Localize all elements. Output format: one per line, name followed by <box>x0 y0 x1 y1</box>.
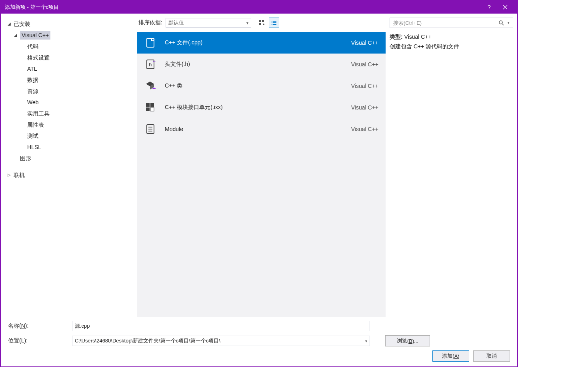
tree-label: 属性表 <box>27 120 44 129</box>
sort-by-label: 排序依据: <box>138 19 162 26</box>
window-title: 添加新项 - 第一个c项目 <box>5 4 481 11</box>
template-lang: Visual C++ <box>351 61 378 68</box>
tree-node-hlsl[interactable]: HLSL <box>4 141 134 153</box>
svg-rect-0 <box>259 20 261 22</box>
svg-rect-1 <box>262 20 264 22</box>
template-name: C++ 模块接口单元(.ixx) <box>165 104 343 111</box>
dialog-buttons: 添加(A) 取消 <box>8 350 510 362</box>
tree-node-data[interactable]: 数据 <box>4 74 134 86</box>
template-lang: Visual C++ <box>351 126 378 132</box>
view-list-button[interactable] <box>269 18 279 28</box>
template-item-cpp-file[interactable]: ++ C++ 文件(.cpp) Visual C++ <box>137 32 386 54</box>
module-interface-icon <box>144 101 157 114</box>
tree-label: 数据 <box>27 76 38 84</box>
description: 创建包含 C++ 源代码的文件 <box>390 42 513 51</box>
tree-label: Visual C++ <box>20 31 50 40</box>
svg-rect-2 <box>259 23 261 25</box>
svg-text:++: ++ <box>153 38 156 41</box>
template-name: Module <box>165 126 343 132</box>
location-combo[interactable]: C:\Users\24680\Desktop\新建文件夹\第一个c项目\第一个c… <box>72 336 370 346</box>
header-file-icon: h++ <box>144 58 157 71</box>
tree-node-propsheet[interactable]: 属性表 <box>4 119 134 130</box>
search-input[interactable] <box>393 20 497 26</box>
sort-by-value: 默认值 <box>168 19 184 26</box>
browse-button[interactable]: 浏览(B)... <box>385 335 430 346</box>
svg-text:++: ++ <box>152 87 156 90</box>
tree-node-online[interactable]: ▷ 联机 <box>4 169 134 181</box>
template-item-module[interactable]: Module Visual C++ <box>137 118 386 140</box>
search-icon <box>498 20 504 26</box>
svg-rect-5 <box>273 21 276 22</box>
tree-node-code[interactable]: 代码 <box>4 41 134 52</box>
close-button[interactable] <box>497 1 513 13</box>
type-value: Visual C++ <box>404 34 432 40</box>
chevron-down-icon: ▾ <box>246 21 248 25</box>
template-item-cpp-class[interactable]: ++ C++ 类 Visual C++ <box>137 75 386 97</box>
tree-label: Web <box>27 98 39 107</box>
sort-header: 排序依据: 默认值 ▾ <box>137 14 386 32</box>
tree-label: HLSL <box>27 143 41 151</box>
svg-rect-16 <box>146 103 150 107</box>
view-grid-button[interactable] <box>257 18 267 28</box>
template-item-module-interface[interactable]: C++ 模块接口单元(.ixx) Visual C++ <box>137 97 386 118</box>
search-button[interactable] <box>497 20 506 26</box>
template-lang: Visual C++ <box>351 40 378 46</box>
tree-node-test[interactable]: 测试 <box>4 130 134 141</box>
tree-node-atl[interactable]: ATL <box>4 63 134 74</box>
help-button[interactable]: ? <box>481 1 497 13</box>
svg-point-3 <box>263 24 264 25</box>
tree-node-installed[interactable]: ◢ 已安装 <box>4 18 134 30</box>
tree-label: 已安装 <box>14 20 30 28</box>
tree-node-web[interactable]: Web <box>4 97 134 108</box>
location-row: 位置(L): C:\Users\24680\Desktop\新建文件夹\第一个c… <box>8 335 510 346</box>
name-input[interactable] <box>72 321 370 331</box>
svg-rect-17 <box>150 103 154 107</box>
svg-rect-18 <box>146 107 150 111</box>
search-options-dropdown[interactable]: ▾ <box>506 21 511 25</box>
template-name: C++ 类 <box>165 82 343 90</box>
tree-label: 测试 <box>27 131 38 140</box>
location-value: C:\Users\24680\Desktop\新建文件夹\第一个c项目\第一个c… <box>75 337 365 344</box>
category-sidebar: ◢ 已安装 ◢ Visual C++ 代码 格式设置 ATL 数据 资源 Web… <box>1 14 137 317</box>
template-name: C++ 文件(.cpp) <box>165 39 343 46</box>
template-lang: Visual C++ <box>351 83 378 89</box>
svg-text:h: h <box>149 62 152 68</box>
add-button[interactable]: 添加(A) <box>432 350 469 362</box>
template-lang: Visual C++ <box>351 104 378 111</box>
tree-label: 代码 <box>27 42 38 51</box>
template-name: 头文件(.h) <box>165 61 343 68</box>
name-row: 名称(N): <box>8 321 510 331</box>
template-center: 排序依据: 默认值 ▾ ++ <box>137 14 386 317</box>
template-item-header-file[interactable]: h++ 头文件(.h) Visual C++ <box>137 54 386 75</box>
svg-rect-19 <box>150 107 154 111</box>
caret-right-icon: ▷ <box>6 172 12 178</box>
tree-node-utility[interactable]: 实用工具 <box>4 108 134 119</box>
search-box[interactable]: ▾ <box>390 18 513 28</box>
svg-text:++: ++ <box>153 60 156 62</box>
chevron-down-icon: ▾ <box>365 339 367 343</box>
grid-view-icon <box>259 20 265 26</box>
sort-by-combo[interactable]: 默认值 ▾ <box>166 18 251 28</box>
bottom-panel: 名称(N): 位置(L): C:\Users\24680\Desktop\新建文… <box>1 317 517 366</box>
tree-node-resource[interactable]: 资源 <box>4 86 134 97</box>
tree-label: 格式设置 <box>27 53 50 62</box>
tree-label: 实用工具 <box>27 109 50 118</box>
template-list: ++ C++ 文件(.cpp) Visual C++ h++ 头文件(.h) V… <box>137 32 386 317</box>
tree-label: 资源 <box>27 87 38 96</box>
cancel-button[interactable]: 取消 <box>473 350 510 362</box>
tree-label: ATL <box>27 64 37 73</box>
tree-node-graphics[interactable]: 图形 <box>4 153 134 164</box>
details-panel: ▾ 类型: Visual C++ 创建包含 C++ 源代码的文件 <box>386 14 517 317</box>
tree-node-format[interactable]: 格式设置 <box>4 52 134 63</box>
tree-node-visual-cpp[interactable]: ◢ Visual C++ <box>4 30 134 41</box>
titlebar[interactable]: 添加新项 - 第一个c项目 ? <box>1 1 517 14</box>
tree-label: 图形 <box>20 154 31 163</box>
svg-point-24 <box>499 21 502 24</box>
svg-rect-8 <box>272 24 272 25</box>
tree-spacer <box>4 164 134 169</box>
caret-down-icon: ◢ <box>13 32 18 38</box>
close-icon <box>503 5 508 10</box>
location-label: 位置(L): <box>8 337 68 344</box>
name-label: 名称(N): <box>8 322 68 330</box>
view-toggle-group <box>257 18 279 28</box>
